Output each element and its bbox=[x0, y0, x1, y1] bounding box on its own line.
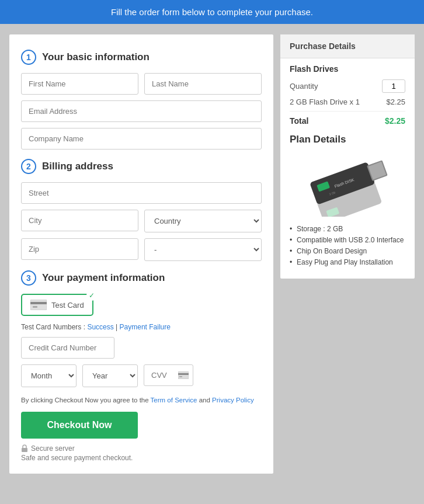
section1-header: 1 Your basic information bbox=[21, 50, 262, 65]
svg-rect-1 bbox=[30, 302, 47, 304]
main-content: 1 Your basic information bbox=[0, 24, 424, 484]
section1-title: Your basic information bbox=[42, 51, 150, 63]
street-input[interactable] bbox=[21, 182, 262, 204]
svg-rect-5 bbox=[179, 376, 182, 377]
email-input[interactable] bbox=[21, 100, 262, 122]
name-row bbox=[21, 73, 262, 95]
feature-item: Storage : 2 GB bbox=[290, 225, 405, 233]
quantity-label: Quantity bbox=[290, 82, 318, 91]
company-field bbox=[21, 128, 262, 150]
company-input[interactable] bbox=[21, 128, 262, 150]
terms-text: By clicking Checkout Now you agree to th… bbox=[21, 397, 262, 404]
month-select[interactable]: Month 01020304 05060708 09101112 bbox=[21, 364, 77, 387]
cvv-field bbox=[144, 364, 193, 387]
usb-illustration: Flash DISK 2 Gb bbox=[295, 152, 400, 217]
svg-rect-2 bbox=[33, 306, 37, 308]
line-item-row: 2 GB Flash Drive x 1 $2.25 bbox=[290, 98, 405, 112]
zip-field bbox=[21, 238, 138, 261]
payment-section: 3 Your payment information Test Card ✓ T… bbox=[21, 270, 262, 387]
card-label: Test Card bbox=[51, 301, 84, 310]
last-name-field bbox=[144, 73, 262, 95]
page-wrapper: Fill the order form below to complete yo… bbox=[0, 0, 424, 504]
section2-num: 2 bbox=[21, 159, 36, 174]
zip-state-row: - bbox=[21, 238, 262, 261]
city-country-row: Country United States United Kingdom Can… bbox=[21, 210, 262, 232]
purchase-section: Flash Drives Quantity 2 GB Flash Drive x… bbox=[280, 64, 415, 126]
state-select[interactable]: - bbox=[144, 238, 262, 261]
street-field bbox=[21, 182, 262, 204]
product-name: Flash Drives bbox=[290, 64, 405, 74]
city-field bbox=[21, 210, 138, 232]
quantity-row: Quantity bbox=[290, 79, 405, 93]
last-name-input[interactable] bbox=[144, 73, 262, 95]
first-name-field bbox=[21, 73, 138, 95]
basic-info-section: 1 Your basic information bbox=[21, 50, 262, 150]
cvv-card-icon bbox=[178, 371, 189, 381]
quantity-input[interactable] bbox=[382, 79, 405, 93]
product-features: Storage : 2 GB Compatible with USB 2.0 I… bbox=[280, 225, 415, 266]
total-label: Total bbox=[290, 116, 308, 126]
country-field: Country United States United Kingdom Can… bbox=[144, 210, 262, 232]
failure-link[interactable]: Payment Failure bbox=[120, 323, 171, 331]
test-card-label: Test Card Numbers : bbox=[21, 323, 85, 331]
year-field: Year 20242025202620272028 bbox=[82, 364, 138, 387]
email-row bbox=[21, 100, 262, 122]
flash-drive-image: Flash DISK 2 Gb bbox=[280, 152, 415, 217]
cc-input[interactable] bbox=[21, 337, 114, 359]
top-banner: Fill the order form below to complete yo… bbox=[0, 0, 424, 24]
line-item-price: $2.25 bbox=[386, 98, 405, 106]
first-name-input[interactable] bbox=[21, 73, 138, 95]
cc-row bbox=[21, 337, 262, 359]
card-icon bbox=[30, 300, 47, 310]
year-select[interactable]: Year 20242025202620272028 bbox=[82, 364, 138, 387]
checkout-button[interactable]: Checkout Now bbox=[21, 412, 138, 439]
plan-details-header: Plan Details bbox=[280, 134, 415, 145]
svg-rect-0 bbox=[30, 300, 47, 310]
state-field: - bbox=[144, 238, 262, 261]
svg-rect-6 bbox=[22, 448, 27, 452]
features-list: Storage : 2 GB Compatible with USB 2.0 I… bbox=[290, 225, 405, 266]
secure-label: Secure server bbox=[31, 444, 75, 453]
section2-header: 2 Billing address bbox=[21, 159, 262, 174]
right-panel: Purchase Details Flash Drives Quantity 2… bbox=[280, 34, 415, 279]
terms-prefix: By clicking Checkout Now you agree to th… bbox=[21, 397, 151, 404]
feature-item: Chip On Board Design bbox=[290, 247, 405, 255]
zip-input[interactable] bbox=[21, 238, 138, 260]
feature-item: Compatible with USB 2.0 Interface bbox=[290, 236, 405, 244]
total-price: $2.25 bbox=[385, 116, 405, 126]
total-row: Total $2.25 bbox=[290, 116, 405, 126]
section1-num: 1 bbox=[21, 50, 36, 65]
country-select[interactable]: Country United States United Kingdom Can… bbox=[144, 210, 262, 232]
city-input[interactable] bbox=[21, 210, 138, 231]
section3-header: 3 Your payment information bbox=[21, 270, 262, 286]
left-panel: 1 Your basic information bbox=[9, 34, 273, 474]
cc-field bbox=[21, 337, 262, 359]
month-field: Month 01020304 05060708 09101112 bbox=[21, 364, 77, 387]
purchase-details-header: Purchase Details bbox=[280, 34, 415, 58]
billing-section: 2 Billing address Country United bbox=[21, 159, 262, 261]
tos-link[interactable]: Term of Service bbox=[151, 397, 197, 404]
company-row bbox=[21, 128, 262, 150]
secure-sub: Safe and secure payment checkout. bbox=[21, 454, 262, 462]
terms-mid: and bbox=[199, 397, 212, 404]
feature-item: Easy Plug and Play Installation bbox=[290, 258, 405, 266]
lock-icon bbox=[21, 444, 28, 453]
card-check-icon: ✓ bbox=[86, 290, 97, 301]
banner-text: Fill the order form below to complete yo… bbox=[111, 7, 313, 17]
street-row bbox=[21, 182, 262, 204]
month-year-cvv-row: Month 01020304 05060708 09101112 Year 20… bbox=[21, 364, 262, 387]
section2-title: Billing address bbox=[42, 161, 113, 172]
section3-title: Your payment information bbox=[42, 272, 165, 284]
email-field bbox=[21, 100, 262, 122]
success-link[interactable]: Success bbox=[87, 323, 113, 331]
card-option[interactable]: Test Card ✓ bbox=[21, 294, 93, 316]
line-item-label: 2 GB Flash Drive x 1 bbox=[290, 98, 360, 106]
secure-info: Secure server bbox=[21, 444, 262, 453]
privacy-link[interactable]: Privacy Policy bbox=[212, 397, 254, 404]
section3-num: 3 bbox=[21, 270, 36, 286]
test-card-info: Test Card Numbers : Success | Payment Fa… bbox=[21, 323, 262, 331]
svg-rect-3 bbox=[178, 371, 189, 379]
svg-rect-4 bbox=[178, 373, 189, 375]
